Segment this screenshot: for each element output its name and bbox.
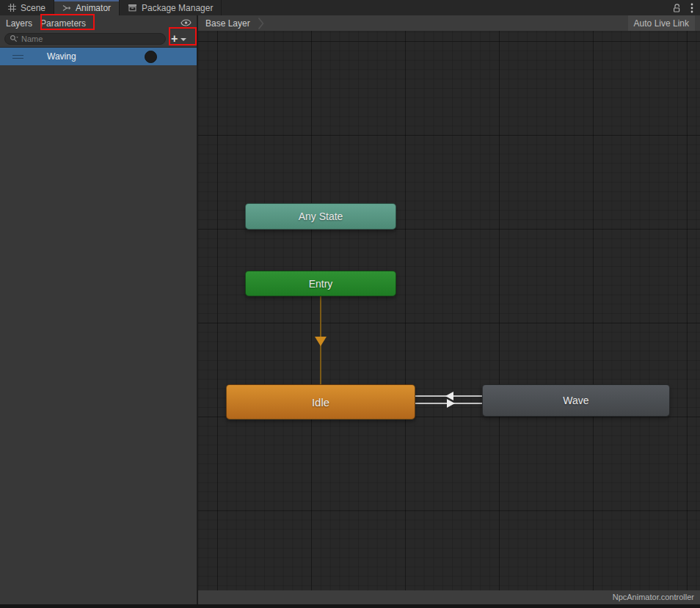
state-node-wave[interactable]: Wave [482,384,670,417]
breadcrumb-layer-name: Base Layer [205,18,250,29]
tab-package-manager[interactable]: Package Manager [120,0,222,15]
chevron-right-icon [258,17,264,30]
controller-name: NpcAnimator.controller [613,593,694,601]
tab-label: Package Manager [142,3,213,13]
parameters-tab[interactable]: Parameters [40,18,86,29]
package-icon [128,4,137,12]
animator-side-panel: Layers Parameters + Waving [0,15,198,604]
auto-live-link-button[interactable]: Auto Live Link [628,15,695,31]
tab-label: Scene [21,3,45,13]
eye-icon[interactable] [181,19,192,26]
plus-icon: + [171,34,178,44]
search-icon [10,34,18,43]
state-node-idle[interactable]: Idle [226,384,415,420]
tab-label: Animator [76,3,111,13]
state-label: Entry [309,278,333,290]
chevron-down-icon [181,38,186,41]
tab-scene[interactable]: Scene [0,0,54,15]
animator-icon [62,4,71,12]
editor-tab-bar: Scene Animator Package Manager [0,0,700,15]
parameter-name: Waving [47,51,76,62]
state-machine-canvas[interactable]: Any State Entry Idle Wave [198,31,700,590]
parameter-row-waving[interactable]: Waving [0,47,197,65]
state-label: Wave [563,395,588,406]
breadcrumb[interactable]: Base Layer [198,17,264,30]
window-bottom-edge [0,604,700,608]
search-field [4,33,166,45]
side-panel-tabs: Layers Parameters [0,15,197,31]
drag-handle-icon[interactable] [12,55,23,59]
controller-status-bar: NpcAnimator.controller [198,590,700,604]
add-parameter-button[interactable]: + [171,34,186,44]
graph-toolbar: Base Layer Auto Live Link [198,15,700,31]
unlock-icon[interactable] [672,3,682,12]
parameter-search-row: + [0,31,197,46]
state-label: Idle [312,396,329,409]
grid-icon [8,4,16,12]
state-label: Any State [299,210,343,222]
transition-arrow-right-icon [447,399,455,408]
tab-animator[interactable]: Animator [54,0,120,15]
kebab-menu-icon[interactable] [690,3,693,13]
search-input[interactable] [21,34,161,43]
state-node-entry[interactable]: Entry [245,271,396,296]
window-controls [672,0,700,15]
trigger-radio-button[interactable] [145,51,157,63]
state-node-any-state[interactable]: Any State [245,203,396,230]
transition-arrow-down-icon [315,337,327,346]
layers-tab[interactable]: Layers [6,18,32,29]
